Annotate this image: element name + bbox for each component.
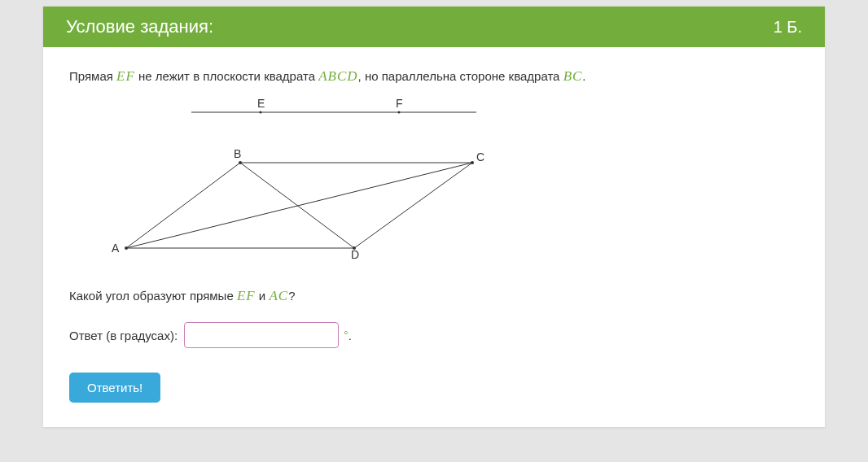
question-text-1: Какой угол образуют прямые bbox=[69, 289, 237, 303]
problem-text-3: , но параллельна стороне квадрата bbox=[358, 69, 563, 83]
label-e: E bbox=[257, 98, 265, 110]
task-body: Прямая EF не лежит в плоскости квадрата … bbox=[43, 47, 825, 427]
svg-line-5 bbox=[354, 163, 472, 248]
label-a: A bbox=[112, 242, 120, 255]
question-text-2: и bbox=[256, 289, 270, 303]
geometry-diagram: E F A B C D bbox=[94, 98, 799, 264]
math-abcd: ABCD bbox=[318, 68, 357, 84]
problem-text-4: . bbox=[582, 69, 585, 83]
label-c: C bbox=[476, 150, 484, 163]
question-text-3: ? bbox=[288, 289, 295, 303]
svg-point-9 bbox=[125, 246, 128, 250]
task-header: Условие задания: 1 Б. bbox=[43, 7, 825, 47]
problem-text-1: Прямая bbox=[69, 69, 116, 83]
math-bc: BC bbox=[563, 68, 583, 84]
svg-line-7 bbox=[126, 163, 472, 248]
answer-row: Ответ (в градусах): °. bbox=[69, 322, 799, 348]
task-container: Условие задания: 1 Б. Прямая EF не лежит… bbox=[43, 7, 825, 427]
problem-statement: Прямая EF не лежит в плоскости квадрата … bbox=[69, 68, 799, 85]
answer-period: . bbox=[349, 329, 352, 342]
svg-point-1 bbox=[260, 111, 262, 114]
svg-line-8 bbox=[240, 163, 354, 248]
label-d: D bbox=[351, 248, 359, 260]
svg-line-3 bbox=[126, 163, 240, 248]
answer-input[interactable] bbox=[184, 322, 339, 348]
question-line: Какой угол образуют прямые EF и AC? bbox=[69, 288, 799, 304]
problem-text-2: не лежит в плоскости квадрата bbox=[135, 69, 318, 83]
svg-point-2 bbox=[398, 111, 401, 114]
label-f: F bbox=[396, 98, 403, 110]
label-b: B bbox=[234, 147, 241, 160]
submit-button[interactable]: Ответить! bbox=[69, 373, 160, 403]
math-ef-2: EF bbox=[237, 288, 256, 303]
math-ef: EF bbox=[116, 68, 135, 84]
task-points: 1 Б. bbox=[774, 18, 802, 37]
answer-label: Ответ (в градусах): bbox=[69, 329, 178, 342]
task-title: Условие задания: bbox=[66, 16, 213, 37]
svg-point-10 bbox=[239, 161, 242, 164]
svg-point-11 bbox=[471, 161, 474, 164]
math-ac: AC bbox=[269, 288, 288, 303]
